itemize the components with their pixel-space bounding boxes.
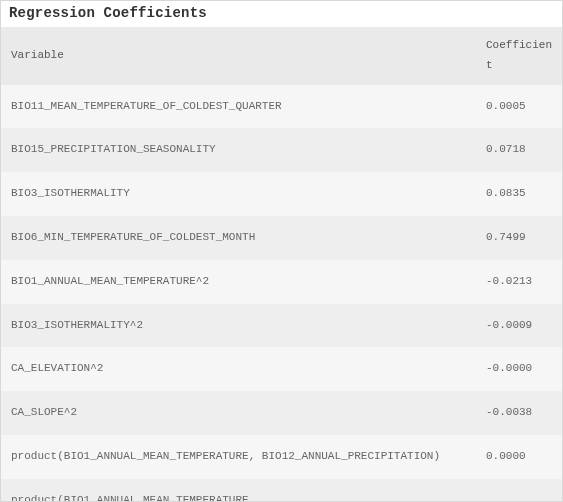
table-header-row: Variable Coefficient (1, 27, 562, 85)
cell-coefficient: -0.0000 (476, 347, 562, 391)
table-row: BIO6_MIN_TEMPERATURE_OF_COLDEST_MONTH0.7… (1, 216, 562, 260)
cell-variable: BIO3_ISOTHERMALITY (1, 172, 476, 216)
cell-coefficient: 0.0718 (476, 128, 562, 172)
table-row: CA_SLOPE^2-0.0038 (1, 391, 562, 435)
regression-panel: Regression Coefficients Variable Coeffic… (0, 0, 563, 502)
cell-variable: CA_ELEVATION^2 (1, 347, 476, 391)
table-row: product(BIO1_ANNUAL_MEAN_TEMPERATURE, BI… (1, 479, 562, 502)
cell-coefficient: -0.0009 (476, 304, 562, 348)
cell-coefficient: 0.0000 (476, 435, 562, 479)
cell-variable: CA_SLOPE^2 (1, 391, 476, 435)
table-row: BIO3_ISOTHERMALITY^2-0.0009 (1, 304, 562, 348)
cell-coefficient: 0.0005 (476, 85, 562, 129)
table-row: product(BIO1_ANNUAL_MEAN_TEMPERATURE, BI… (1, 435, 562, 479)
table-row: BIO3_ISOTHERMALITY0.0835 (1, 172, 562, 216)
cell-variable: BIO15_PRECIPITATION_SEASONALITY (1, 128, 476, 172)
table-row: BIO1_ANNUAL_MEAN_TEMPERATURE^2-0.0213 (1, 260, 562, 304)
cell-variable: BIO6_MIN_TEMPERATURE_OF_COLDEST_MONTH (1, 216, 476, 260)
cell-variable: BIO3_ISOTHERMALITY^2 (1, 304, 476, 348)
table-row: BIO11_MEAN_TEMPERATURE_OF_COLDEST_QUARTE… (1, 85, 562, 129)
cell-coefficient: -0.0213 (476, 260, 562, 304)
cell-variable: BIO11_MEAN_TEMPERATURE_OF_COLDEST_QUARTE… (1, 85, 476, 129)
panel-title: Regression Coefficients (1, 1, 562, 27)
header-coefficient: Coefficient (476, 27, 562, 85)
header-variable: Variable (1, 27, 476, 85)
cell-coefficient: 0.7499 (476, 216, 562, 260)
table-row: CA_ELEVATION^2-0.0000 (1, 347, 562, 391)
cell-coefficient: 0.0835 (476, 172, 562, 216)
cell-variable: product(BIO1_ANNUAL_MEAN_TEMPERATURE, BI… (1, 435, 476, 479)
coefficients-table: Variable Coefficient BIO11_MEAN_TEMPERAT… (1, 27, 562, 502)
cell-coefficient: 0.0056 (476, 479, 562, 502)
cell-coefficient: -0.0038 (476, 391, 562, 435)
cell-variable: product(BIO1_ANNUAL_MEAN_TEMPERATURE, BI… (1, 479, 476, 502)
cell-variable: BIO1_ANNUAL_MEAN_TEMPERATURE^2 (1, 260, 476, 304)
table-row: BIO15_PRECIPITATION_SEASONALITY0.0718 (1, 128, 562, 172)
